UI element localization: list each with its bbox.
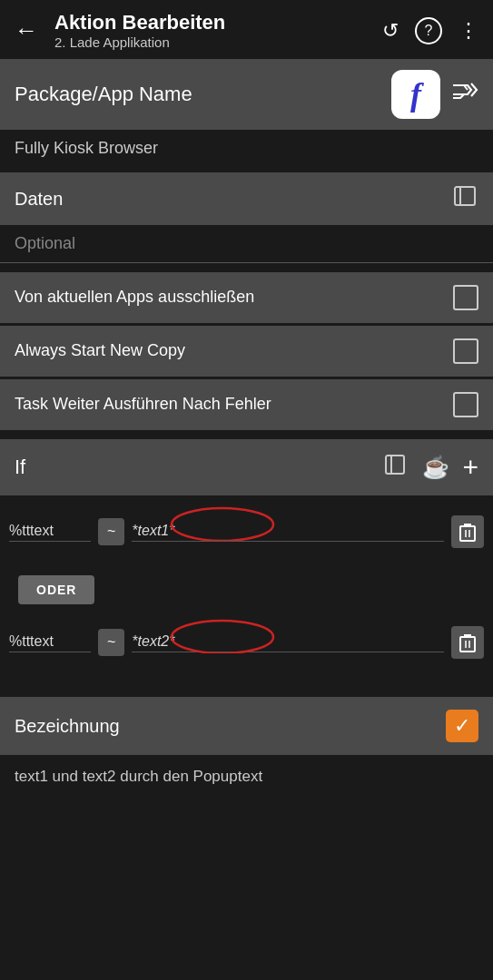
circle-annotation-1 <box>168 505 277 541</box>
daten-icon <box>453 185 478 212</box>
help-icon[interactable]: ? <box>415 17 442 44</box>
condition-2-wrapper: %tttext ~ *text2* <box>9 615 484 679</box>
oder-container: ODER <box>9 568 484 612</box>
app-icon: f <box>391 70 440 119</box>
package-icons: f <box>391 70 478 119</box>
conditions-container: %tttext ~ *text1* ODER %tttext ~ <box>0 495 493 688</box>
daten-row[interactable]: Daten <box>0 172 493 225</box>
condition-2-operator[interactable]: ~ <box>98 629 124 656</box>
check-icon: ✓ <box>454 714 470 738</box>
page-title: Aktion Bearbeiten <box>54 11 373 34</box>
oder-button[interactable]: ODER <box>18 575 94 604</box>
von-aktuellen-label: Von aktuellen Apps ausschließen <box>15 287 453 308</box>
condition-1-wrapper: %tttext ~ *text1* <box>9 505 484 568</box>
shuffle-icon[interactable] <box>451 80 478 110</box>
condition-2-value: *text2* <box>132 633 444 652</box>
always-start-row: Always Start New Copy <box>0 326 493 377</box>
coffee-icon[interactable]: ☕ <box>422 455 449 480</box>
if-icons: ☕ + <box>384 452 478 483</box>
page-subtitle: 2. Lade Applikation <box>54 34 373 50</box>
header-title-block: Aktion Bearbeiten 2. Lade Applikation <box>54 11 373 50</box>
footer-text: text1 und text2 durch den Popuptext <box>0 755 493 799</box>
condition-2-row: %tttext ~ *text2* <box>9 621 484 664</box>
task-weiter-row: Task Weiter Ausführen Nach Fehler <box>0 379 493 430</box>
condition-1-operator[interactable]: ~ <box>98 518 124 545</box>
app-icon-letter: f <box>410 75 421 113</box>
circle-annotation-2 <box>168 617 277 653</box>
svg-rect-5 <box>460 637 475 652</box>
condition-1-delete-button[interactable] <box>451 515 484 548</box>
von-aktuellen-checkbox[interactable] <box>453 285 478 310</box>
tag-icon[interactable] <box>384 454 409 481</box>
condition-1-variable: %tttext <box>9 523 91 542</box>
header: ← Aktion Bearbeiten 2. Lade Applikation … <box>0 0 493 59</box>
bezeichnung-label: Bezeichnung <box>15 716 120 737</box>
header-icons: ↺ ? ⋮ <box>382 17 478 44</box>
if-label: If <box>15 456 25 479</box>
reset-icon[interactable]: ↺ <box>382 19 399 43</box>
svg-point-4 <box>172 621 273 653</box>
always-start-checkbox[interactable] <box>453 338 478 364</box>
add-condition-button[interactable]: + <box>462 452 478 483</box>
always-start-label: Always Start New Copy <box>15 340 453 361</box>
if-row: If ☕ + <box>0 439 493 495</box>
svg-rect-0 <box>455 187 475 205</box>
back-button[interactable]: ← <box>7 13 45 48</box>
daten-label: Daten <box>15 189 63 210</box>
condition-1-row: %tttext ~ *text1* <box>9 510 484 554</box>
bezeichnung-checkbox[interactable]: ✓ <box>446 710 478 742</box>
condition-2-variable: %tttext <box>9 633 91 652</box>
svg-rect-3 <box>460 526 475 541</box>
svg-rect-1 <box>386 456 404 474</box>
condition-1-value: *text1* <box>132 523 444 542</box>
more-options-icon[interactable]: ⋮ <box>458 19 478 43</box>
optional-input[interactable] <box>15 234 478 253</box>
von-aktuellen-row: Von aktuellen Apps ausschließen <box>0 272 493 323</box>
package-app-name-row: Package/App Name f <box>0 59 493 130</box>
app-name-display: Fully Kiosk Browser <box>0 130 493 163</box>
optional-field[interactable] <box>0 225 493 263</box>
condition-2-delete-button[interactable] <box>451 626 484 659</box>
svg-point-2 <box>172 508 273 541</box>
task-weiter-label: Task Weiter Ausführen Nach Fehler <box>15 394 453 415</box>
package-label: Package/App Name <box>15 83 192 106</box>
bezeichnung-row: Bezeichnung ✓ <box>0 697 493 755</box>
task-weiter-checkbox[interactable] <box>453 392 478 417</box>
